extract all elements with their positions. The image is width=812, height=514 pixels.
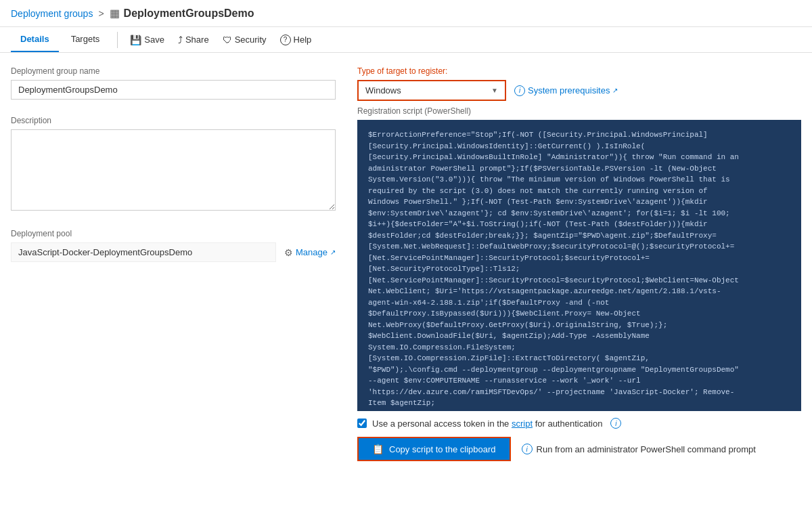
sys-prereq-external-icon: ↗ [612, 87, 618, 94]
script-label: Registration script (PowerShell) [357, 106, 801, 116]
run-hint: i Run from an administrator PowerShell c… [522, 444, 756, 454]
pool-label: Deployment pool [11, 229, 336, 238]
pat-info-icon[interactable]: i [610, 418, 621, 429]
external-link-icon: ↗ [330, 249, 336, 256]
save-button[interactable]: 💾 Save [123, 30, 171, 49]
help-button[interactable]: ? Help [273, 30, 319, 49]
group-name-section: Deployment group name [11, 66, 336, 100]
group-name-label: Deployment group name [11, 66, 336, 76]
description-label: Description [11, 116, 336, 125]
tab-targets[interactable]: Targets [62, 27, 110, 52]
breadcrumb: Deployment groups > ▦ DeploymentGroupsDe… [11, 7, 254, 20]
pat-checkbox[interactable] [357, 419, 367, 428]
run-hint-info-icon: i [522, 444, 533, 454]
description-input[interactable] [11, 129, 336, 211]
tab-details[interactable]: Details [11, 27, 59, 52]
script-link[interactable]: script [512, 419, 533, 429]
breadcrumb-separator: > [98, 8, 104, 19]
dropdown-arrow-icon: ▼ [491, 87, 498, 94]
script-box: $ErrorActionPreference="Stop";If(-NOT ([… [357, 120, 801, 411]
checkbox-row: Use a personal access token in the scrip… [357, 418, 801, 429]
copy-script-button[interactable]: 📋 Copy script to the clipboard [357, 437, 511, 461]
manage-link[interactable]: ⚙ Manage ↗ [284, 247, 336, 258]
security-icon: 🛡 [223, 35, 232, 45]
target-type-label: Type of target to register: [357, 66, 801, 76]
share-button[interactable]: ⤴ Share [171, 30, 216, 49]
security-button[interactable]: 🛡 Security [216, 30, 273, 49]
dropdown-row: Windows ▼ i System prerequisites ↗ [357, 80, 801, 101]
info-circle-icon: i [514, 85, 525, 96]
breadcrumb-parent[interactable]: Deployment groups [11, 8, 93, 19]
breadcrumb-current: DeploymentGroupsDemo [124, 7, 254, 20]
pool-section: Deployment pool JavaScript-Docker-Deploy… [11, 229, 336, 262]
help-icon: ? [280, 35, 291, 45]
copy-icon: 📋 [372, 444, 384, 454]
group-name-input[interactable] [11, 80, 336, 100]
pool-row: JavaScript-Docker-DeploymentGroupsDemo ⚙… [11, 242, 336, 262]
left-panel: Deployment group name Description Deploy… [11, 66, 336, 461]
top-bar: Deployment groups > ▦ DeploymentGroupsDe… [0, 0, 812, 27]
nav-bar: Details Targets 💾 Save ⤴ Share 🛡 Securit… [0, 27, 812, 53]
description-section: Description [11, 116, 336, 213]
main-content: Deployment group name Description Deploy… [0, 53, 812, 475]
share-icon: ⤴ [178, 35, 183, 45]
save-icon: 💾 [130, 35, 141, 45]
nav-divider [117, 32, 118, 48]
manage-gear-icon: ⚙ [284, 247, 293, 258]
sys-prereq-link[interactable]: i System prerequisites ↗ [514, 85, 618, 96]
checkbox-label: Use a personal access token in the scrip… [372, 419, 602, 429]
action-row: 📋 Copy script to the clipboard i Run fro… [357, 437, 801, 461]
deployment-group-icon: ▦ [110, 7, 120, 20]
right-panel: Type of target to register: Windows ▼ i … [357, 66, 801, 461]
target-type-dropdown[interactable]: Windows ▼ [357, 80, 506, 101]
pool-name-display: JavaScript-Docker-DeploymentGroupsDemo [11, 242, 276, 262]
